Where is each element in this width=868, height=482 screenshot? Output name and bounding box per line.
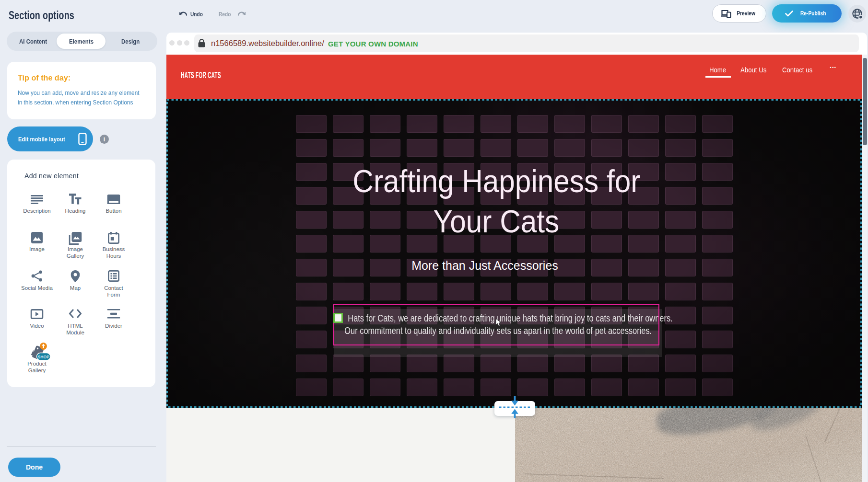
svg-text:SHOP: SHOP [38, 355, 50, 359]
